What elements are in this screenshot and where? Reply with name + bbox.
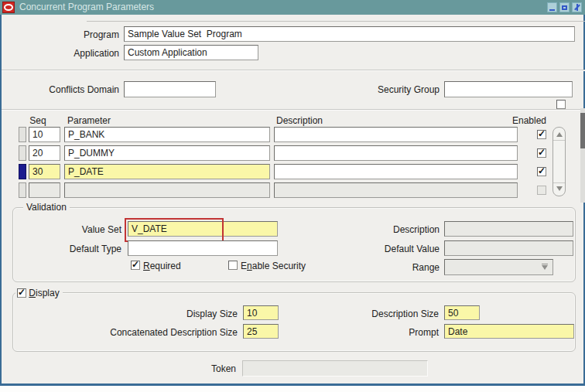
unlabeled-checkbox[interactable] (556, 100, 566, 109)
canvas-top-edge (87, 21, 585, 22)
maximize-button[interactable] (559, 2, 570, 12)
display-section-header: Display (15, 287, 63, 298)
default-type-label: Default Type (50, 244, 121, 254)
enable-security-label: Enable Security (241, 261, 326, 271)
default-type-field[interactable] (128, 240, 278, 256)
window-title: Concurrent Program Parameters (19, 2, 154, 12)
seq-cell[interactable]: 20 (29, 145, 60, 161)
range-dropdown (444, 259, 553, 275)
token-field (242, 360, 428, 377)
red-annotation-box (125, 218, 224, 242)
separator (2, 109, 585, 111)
row-selector[interactable] (19, 127, 26, 142)
scroll-up-icon (556, 132, 563, 137)
seq-cell (29, 182, 60, 198)
close-button[interactable] (572, 2, 582, 12)
validation-section-label: Validation (23, 202, 70, 213)
scroll-down-icon (556, 186, 563, 191)
enabled-checkbox[interactable] (537, 167, 546, 176)
maximize-icon (562, 5, 567, 10)
display-checkbox[interactable] (17, 288, 26, 298)
prompt-label: Prompt (330, 327, 439, 338)
minimize-button[interactable] (547, 2, 557, 12)
prompt-field[interactable]: Date (444, 324, 574, 339)
security-group-field[interactable] (444, 81, 573, 97)
range-label: Range (354, 262, 440, 273)
description-cell[interactable] (274, 145, 518, 161)
scroll-down-button[interactable] (553, 182, 565, 194)
screen: Concurrent Program Parameters Program Sa… (0, 0, 585, 392)
oracle-logo-icon (2, 2, 15, 13)
table-scrollbar[interactable] (552, 127, 566, 196)
description-size-label: Description Size (330, 308, 439, 319)
display-groupbox (12, 292, 576, 352)
default-value-field (444, 240, 573, 256)
required-label: Required (143, 261, 197, 271)
description-size-field[interactable]: 50 (444, 305, 480, 320)
seq-cell[interactable]: 10 (29, 127, 60, 142)
value-set-label: Value Set (50, 224, 121, 235)
row-selector[interactable] (19, 145, 26, 161)
scroll-up-button[interactable] (553, 129, 565, 141)
program-label: Program (48, 29, 119, 40)
concurrent-program-parameters-window: Concurrent Program Parameters Program Sa… (0, 0, 585, 386)
column-header-enabled: Enabled (512, 115, 551, 126)
window-scrollbar[interactable] (580, 108, 585, 203)
enabled-checkbox[interactable] (537, 130, 546, 139)
description-cell[interactable] (274, 164, 518, 179)
row-selector[interactable] (19, 182, 26, 198)
minimize-icon (549, 9, 555, 11)
conflicts-domain-label: Conflicts Domain (32, 84, 119, 95)
validation-description-label: Description (354, 224, 440, 235)
description-cell (274, 182, 518, 198)
concatenated-description-size-field[interactable]: 25 (243, 324, 279, 339)
parameter-cell[interactable]: P_BANK (64, 127, 270, 142)
default-value-label: Default Value (354, 244, 440, 254)
parameter-cell[interactable]: P_DATE (64, 164, 270, 179)
column-header-parameter: Parameter (67, 115, 145, 126)
application-label: Application (48, 48, 119, 59)
description-cell[interactable] (274, 127, 518, 142)
column-header-seq: Seq (25, 115, 51, 126)
dropdown-arrow-icon (542, 265, 548, 270)
required-checkbox[interactable] (131, 261, 140, 270)
parameter-cell (64, 182, 270, 198)
window-scrollbar-thumb[interactable] (580, 113, 585, 148)
validation-description-field (444, 221, 573, 237)
enable-security-checkbox[interactable] (228, 261, 238, 270)
enabled-checkbox (537, 186, 546, 195)
display-size-field[interactable]: 10 (243, 305, 279, 320)
separator (2, 70, 585, 71)
seq-cell[interactable]: 30 (29, 164, 60, 179)
parameter-cell[interactable]: P_DUMMY (64, 145, 270, 161)
token-label: Token (159, 363, 236, 374)
conflicts-domain-field[interactable] (124, 81, 216, 97)
enabled-checkbox[interactable] (537, 148, 546, 158)
row-selector-current[interactable] (19, 164, 26, 179)
security-group-label: Security Group (354, 84, 440, 95)
display-size-label: Display Size (129, 308, 238, 319)
display-section-label: Display (29, 288, 59, 298)
column-header-description: Description (276, 115, 354, 126)
concatenated-description-size-label: Concatenated Description Size (75, 327, 238, 338)
program-field[interactable]: Sample Value Set Program (124, 26, 575, 42)
title-bar[interactable]: Concurrent Program Parameters (0, 0, 585, 15)
close-icon (573, 4, 580, 11)
application-field[interactable]: Custom Application (124, 45, 258, 60)
